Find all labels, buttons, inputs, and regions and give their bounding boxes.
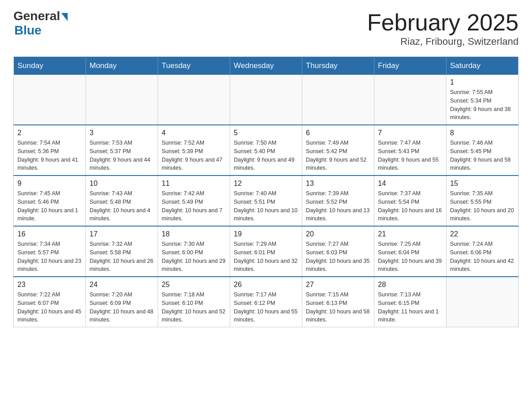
calendar-table: SundayMondayTuesdayWednesdayThursdayFrid…	[13, 56, 519, 327]
day-number: 16	[17, 230, 82, 238]
calendar-day-cell	[374, 75, 446, 125]
day-info: Sunrise: 7:17 AMSunset: 6:12 PMDaylight:…	[234, 291, 298, 324]
calendar-day-cell: 19Sunrise: 7:29 AMSunset: 6:01 PMDayligh…	[230, 226, 302, 277]
calendar-day-cell: 5Sunrise: 7:50 AMSunset: 5:40 PMDaylight…	[230, 125, 302, 176]
day-info: Sunrise: 7:54 AMSunset: 5:36 PMDaylight:…	[17, 139, 82, 172]
day-number: 11	[162, 180, 226, 188]
calendar-week-row: 23Sunrise: 7:22 AMSunset: 6:07 PMDayligh…	[14, 277, 519, 327]
day-number: 18	[162, 230, 226, 238]
day-number: 9	[17, 180, 82, 188]
logo-general-text: General	[13, 9, 60, 23]
calendar-day-cell: 10Sunrise: 7:43 AMSunset: 5:48 PMDayligh…	[86, 176, 158, 226]
day-number: 19	[234, 230, 298, 238]
day-number: 26	[234, 281, 298, 289]
day-info: Sunrise: 7:20 AMSunset: 6:09 PMDaylight:…	[90, 291, 154, 324]
location-label: Riaz, Fribourg, Switzerland	[367, 36, 519, 47]
day-info: Sunrise: 7:47 AMSunset: 5:43 PMDaylight:…	[378, 139, 442, 172]
calendar-day-cell	[14, 75, 86, 125]
day-of-week-header: Thursday	[302, 57, 374, 75]
calendar-day-cell: 28Sunrise: 7:13 AMSunset: 6:15 PMDayligh…	[374, 277, 446, 327]
calendar-day-cell: 3Sunrise: 7:53 AMSunset: 5:37 PMDaylight…	[86, 125, 158, 176]
calendar-week-row: 2Sunrise: 7:54 AMSunset: 5:36 PMDaylight…	[14, 125, 519, 176]
day-number: 20	[306, 230, 370, 238]
day-number: 27	[306, 281, 370, 289]
day-number: 3	[90, 129, 154, 137]
calendar-day-cell: 16Sunrise: 7:34 AMSunset: 5:57 PMDayligh…	[14, 226, 86, 277]
day-info: Sunrise: 7:52 AMSunset: 5:39 PMDaylight:…	[162, 139, 226, 172]
day-number: 8	[450, 129, 515, 137]
day-number: 1	[450, 78, 515, 86]
day-info: Sunrise: 7:43 AMSunset: 5:48 PMDaylight:…	[90, 189, 154, 223]
day-number: 4	[162, 129, 226, 137]
day-number: 7	[378, 129, 442, 137]
day-number: 10	[90, 180, 154, 188]
day-info: Sunrise: 7:32 AMSunset: 5:58 PMDaylight:…	[90, 240, 154, 274]
calendar-day-cell: 11Sunrise: 7:42 AMSunset: 5:49 PMDayligh…	[158, 176, 230, 226]
day-number: 22	[450, 230, 515, 238]
day-number: 21	[378, 230, 442, 238]
day-of-week-header: Monday	[86, 57, 158, 75]
calendar-day-cell: 4Sunrise: 7:52 AMSunset: 5:39 PMDaylight…	[158, 125, 230, 176]
calendar-day-cell: 24Sunrise: 7:20 AMSunset: 6:09 PMDayligh…	[86, 277, 158, 327]
calendar-day-cell: 14Sunrise: 7:37 AMSunset: 5:54 PMDayligh…	[374, 176, 446, 226]
logo-arrow-icon	[61, 13, 68, 21]
calendar-day-cell: 26Sunrise: 7:17 AMSunset: 6:12 PMDayligh…	[230, 277, 302, 327]
day-of-week-header: Wednesday	[230, 57, 302, 75]
day-number: 25	[162, 281, 226, 289]
day-info: Sunrise: 7:35 AMSunset: 5:55 PMDaylight:…	[450, 189, 515, 223]
day-info: Sunrise: 7:18 AMSunset: 6:10 PMDaylight:…	[162, 291, 226, 324]
day-info: Sunrise: 7:29 AMSunset: 6:01 PMDaylight:…	[234, 240, 298, 274]
calendar-day-cell: 22Sunrise: 7:24 AMSunset: 6:06 PMDayligh…	[446, 226, 519, 277]
calendar-day-cell	[230, 75, 302, 125]
calendar-week-row: 9Sunrise: 7:45 AMSunset: 5:46 PMDaylight…	[14, 176, 519, 226]
calendar-day-cell: 18Sunrise: 7:30 AMSunset: 6:00 PMDayligh…	[158, 226, 230, 277]
calendar-day-cell: 6Sunrise: 7:49 AMSunset: 5:42 PMDaylight…	[302, 125, 374, 176]
day-info: Sunrise: 7:15 AMSunset: 6:13 PMDaylight:…	[306, 291, 370, 324]
day-number: 12	[234, 180, 298, 188]
day-info: Sunrise: 7:25 AMSunset: 6:04 PMDaylight:…	[378, 240, 442, 274]
day-number: 6	[306, 129, 370, 137]
calendar-day-cell	[158, 75, 230, 125]
calendar-day-cell: 27Sunrise: 7:15 AMSunset: 6:13 PMDayligh…	[302, 277, 374, 327]
day-of-week-header: Sunday	[14, 57, 86, 75]
day-info: Sunrise: 7:40 AMSunset: 5:51 PMDaylight:…	[234, 189, 298, 223]
day-info: Sunrise: 7:30 AMSunset: 6:00 PMDaylight:…	[162, 240, 226, 274]
calendar-day-cell: 2Sunrise: 7:54 AMSunset: 5:36 PMDaylight…	[14, 125, 86, 176]
day-of-week-header: Friday	[374, 57, 446, 75]
day-info: Sunrise: 7:27 AMSunset: 6:03 PMDaylight:…	[306, 240, 370, 274]
calendar-day-cell: 12Sunrise: 7:40 AMSunset: 5:51 PMDayligh…	[230, 176, 302, 226]
calendar-day-cell: 21Sunrise: 7:25 AMSunset: 6:04 PMDayligh…	[374, 226, 446, 277]
logo-blue-text: Blue	[14, 23, 42, 38]
day-info: Sunrise: 7:46 AMSunset: 5:45 PMDaylight:…	[450, 139, 515, 172]
calendar-day-cell: 20Sunrise: 7:27 AMSunset: 6:03 PMDayligh…	[302, 226, 374, 277]
calendar-day-cell	[302, 75, 374, 125]
day-number: 14	[378, 180, 442, 188]
calendar-day-cell: 17Sunrise: 7:32 AMSunset: 5:58 PMDayligh…	[86, 226, 158, 277]
calendar-week-row: 16Sunrise: 7:34 AMSunset: 5:57 PMDayligh…	[14, 226, 519, 277]
day-info: Sunrise: 7:39 AMSunset: 5:52 PMDaylight:…	[306, 189, 370, 223]
day-info: Sunrise: 7:13 AMSunset: 6:15 PMDaylight:…	[378, 291, 442, 324]
day-number: 24	[90, 281, 154, 289]
calendar-day-cell: 1Sunrise: 7:55 AMSunset: 5:34 PMDaylight…	[446, 75, 519, 125]
calendar-day-cell: 8Sunrise: 7:46 AMSunset: 5:45 PMDaylight…	[446, 125, 519, 176]
day-number: 23	[17, 281, 82, 289]
day-info: Sunrise: 7:53 AMSunset: 5:37 PMDaylight:…	[90, 139, 154, 172]
calendar-day-cell	[86, 75, 158, 125]
calendar-week-row: 1Sunrise: 7:55 AMSunset: 5:34 PMDaylight…	[14, 75, 519, 125]
page-header: General Blue February 2025 Riaz, Fribour…	[13, 9, 519, 47]
day-info: Sunrise: 7:55 AMSunset: 5:34 PMDaylight:…	[450, 88, 515, 122]
calendar-day-cell: 23Sunrise: 7:22 AMSunset: 6:07 PMDayligh…	[14, 277, 86, 327]
calendar-day-cell: 13Sunrise: 7:39 AMSunset: 5:52 PMDayligh…	[302, 176, 374, 226]
day-info: Sunrise: 7:42 AMSunset: 5:49 PMDaylight:…	[162, 189, 226, 223]
day-info: Sunrise: 7:37 AMSunset: 5:54 PMDaylight:…	[378, 189, 442, 223]
logo: General Blue	[13, 9, 68, 38]
day-info: Sunrise: 7:45 AMSunset: 5:46 PMDaylight:…	[17, 189, 82, 223]
calendar-day-cell	[446, 277, 519, 327]
calendar-day-cell: 7Sunrise: 7:47 AMSunset: 5:43 PMDaylight…	[374, 125, 446, 176]
day-number: 15	[450, 180, 515, 188]
day-number: 5	[234, 129, 298, 137]
day-of-week-header: Tuesday	[158, 57, 230, 75]
day-info: Sunrise: 7:49 AMSunset: 5:42 PMDaylight:…	[306, 139, 370, 172]
day-info: Sunrise: 7:50 AMSunset: 5:40 PMDaylight:…	[234, 139, 298, 172]
calendar-header-row: SundayMondayTuesdayWednesdayThursdayFrid…	[14, 57, 519, 75]
